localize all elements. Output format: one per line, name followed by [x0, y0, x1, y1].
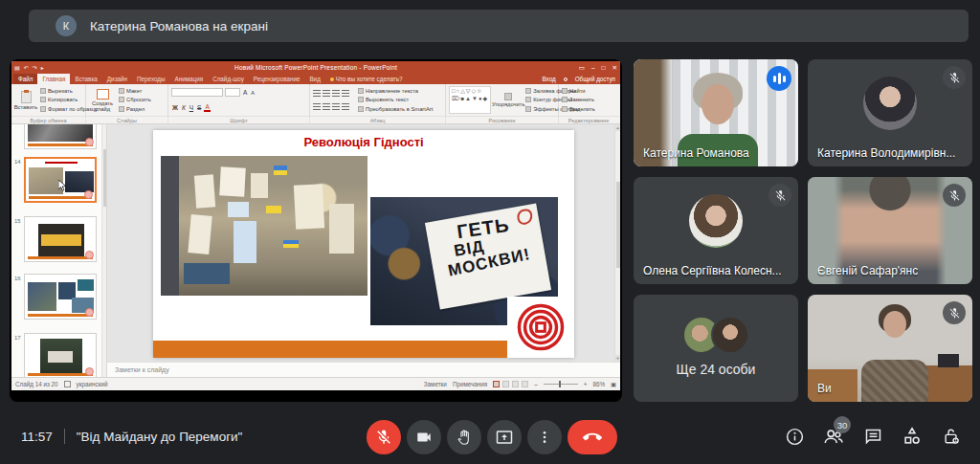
- underline-button: Ч: [189, 104, 194, 111]
- tab-home: Главная: [37, 74, 70, 84]
- mic-off-icon: [943, 301, 966, 324]
- new-slide-button: Создать слайд: [89, 86, 116, 114]
- slide-thumbnail: [24, 124, 97, 149]
- divider: [64, 429, 65, 444]
- mic-button-muted[interactable]: [367, 420, 401, 454]
- participant-name: Катерина Романова: [643, 146, 749, 160]
- quick-access-toolbar: ▤ ↶ ↷ ▸: [14, 64, 129, 71]
- tab-review: Рецензирование: [249, 74, 305, 84]
- zoom-in-icon: +: [584, 381, 588, 387]
- lightbulb-icon: [330, 77, 334, 81]
- tile-katerina-romanova[interactable]: Катерина Романова: [634, 59, 798, 166]
- present-button[interactable]: [487, 420, 522, 454]
- powerpoint-titlebar: ▤ ↶ ↷ ▸ Новий Microsoft PowerPoint Prese…: [11, 61, 620, 74]
- chat-button[interactable]: [861, 425, 884, 448]
- shapes-gallery: □○△▽◇☆⌦■▲▼●◆: [449, 86, 491, 114]
- section-button: Раздел: [119, 106, 151, 112]
- window-controls: ▭ – □ ✕: [502, 64, 617, 72]
- tab-slideshow: Слайд-шоу: [208, 74, 249, 84]
- bold-button: Ж: [171, 104, 179, 111]
- end-call-button[interactable]: [568, 420, 617, 454]
- reset-button: Сбросить: [119, 97, 151, 102]
- ribbon-group-clipboard: Вставить Вырезать Копировать Формат по о…: [11, 84, 86, 116]
- save-icon: ▤: [14, 64, 20, 71]
- italic-button: К: [181, 104, 187, 111]
- paste-button: Вставить: [14, 86, 37, 114]
- ribbon-group-paragraph: Направление текста Выровнять текст Преоб…: [310, 84, 446, 116]
- select-button: Выделить: [562, 106, 595, 112]
- shrink-font-icon: А: [250, 90, 256, 96]
- ribbon-group-slides: Создать слайд Макет Сбросить Раздел: [86, 84, 168, 116]
- participant-avatar: [689, 194, 743, 248]
- tile-olena-kolesnyk[interactable]: Олена Сергіївна Колесн...: [634, 177, 798, 284]
- undo-icon: ↶: [24, 64, 29, 71]
- activities-button[interactable]: [901, 425, 924, 448]
- align-text-button: Выровнять текст: [358, 97, 433, 102]
- slide-thumbnail: [24, 216, 97, 262]
- host-controls-button[interactable]: [940, 425, 963, 448]
- mic-off-icon: [943, 184, 966, 207]
- slide-photo-poster-wall: [161, 156, 368, 296]
- share-label: Общий доступ: [575, 76, 615, 82]
- tile-yevhenii-safarians[interactable]: Євгеній Сафар'янс: [808, 177, 972, 284]
- mic-off-icon: [768, 184, 791, 207]
- slideshow-icon: ▸: [41, 64, 44, 71]
- tell-me-box: Что вы хотите сделать?: [325, 74, 408, 84]
- tab-animations: Анимация: [170, 74, 209, 84]
- layout-button: Макет: [119, 88, 151, 94]
- person-icon: [564, 77, 568, 81]
- text-direction-button: Направление текста: [358, 88, 433, 94]
- ribbon-group-editing: Найти Заменить Выделить: [559, 84, 618, 116]
- close-icon: ✕: [612, 64, 617, 72]
- participants-button[interactable]: 30: [822, 425, 845, 448]
- more-options-button[interactable]: [527, 420, 562, 454]
- notes-pane: Заметки к слайду: [107, 362, 620, 377]
- overflow-avatars: [682, 316, 749, 354]
- participant-avatar: [711, 316, 749, 354]
- raise-hand-button[interactable]: [447, 420, 481, 454]
- status-comments-button: Примечания: [453, 381, 487, 387]
- slide-number: 15: [14, 218, 21, 224]
- spiral-logo-icon: [516, 302, 566, 352]
- ribbon-group-font: А А Ж К Ч S А: [168, 84, 310, 116]
- meeting-panels: 30: [783, 425, 963, 448]
- meeting-details-button[interactable]: [783, 425, 806, 448]
- smartart-button: Преобразовать в SmartArt: [358, 106, 433, 112]
- font-name-box: [171, 88, 223, 97]
- slide-number: 17: [14, 335, 21, 341]
- screen-share-tile[interactable]: ▤ ↶ ↷ ▸ Новий Microsoft PowerPoint Prese…: [10, 59, 622, 402]
- presenting-banner: К Катерина Романова на екрані: [29, 10, 969, 42]
- slide-thumbnail-selected: [24, 157, 97, 203]
- tile-self-view[interactable]: Ви: [808, 295, 972, 402]
- sign-in-label: Вход: [542, 76, 555, 82]
- find-button: Найти: [562, 88, 595, 94]
- tile-more-participants[interactable]: Ще 24 особи: [634, 295, 798, 402]
- ribbon-options-icon: ▭: [579, 64, 585, 72]
- account-area: Вход Общий доступ: [542, 74, 620, 84]
- call-controls: [367, 420, 617, 454]
- participant-name: Катерина Володимирівн...: [817, 146, 955, 160]
- mouse-cursor-icon: [58, 180, 67, 191]
- tab-view: Вид: [304, 74, 324, 84]
- powerpoint-ribbon: Вставить Вырезать Копировать Формат по о…: [11, 84, 620, 117]
- presenter-avatar: К: [56, 15, 77, 36]
- font-size-box: [225, 88, 240, 97]
- tab-design: Дизайн: [102, 74, 132, 84]
- participant-name: Євгеній Сафар'янс: [817, 264, 918, 277]
- restore-icon: □: [602, 64, 606, 72]
- replace-button: Заменить: [562, 97, 595, 102]
- status-notes-button: Заметки: [424, 381, 447, 387]
- powerpoint-window: ▤ ↶ ↷ ▸ Новий Microsoft PowerPoint Prese…: [11, 61, 620, 390]
- new-slide-icon: [97, 89, 109, 99]
- slide-thumbnail-panel: 14 15: [11, 124, 107, 377]
- ribbon-group-drawing: □○△▽◇☆⌦■▲▼●◆ Упорядочить Заливка фигуры …: [446, 84, 559, 116]
- arrange-button: Упорядочить: [494, 86, 523, 114]
- camera-button[interactable]: [407, 420, 441, 454]
- tile-katerina-volodymyrivna[interactable]: Катерина Володимирівн...: [808, 59, 972, 166]
- tab-transitions: Переходы: [132, 74, 170, 84]
- slide-accent-bar: [153, 341, 507, 358]
- powerpoint-menubar: Файл Главная Вставка Дизайн Переходы Ани…: [11, 74, 620, 84]
- fit-slide-icon: ▣: [611, 381, 616, 387]
- language-icon: [64, 381, 71, 387]
- view-buttons: [493, 381, 528, 387]
